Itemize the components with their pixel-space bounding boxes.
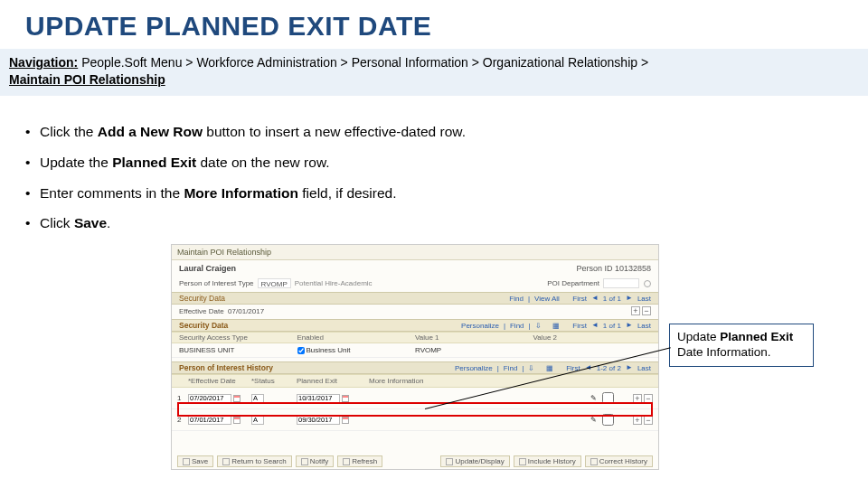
delete-row-button[interactable]: − (644, 416, 653, 425)
bullet-3-bold: More Information (184, 185, 298, 201)
poi-dept-input[interactable] (603, 278, 639, 288)
lookup-icon[interactable] (644, 280, 651, 287)
next-icon-3[interactable]: ► (626, 364, 633, 371)
cell-value1[interactable]: RVOMP (415, 346, 441, 354)
col-value1: Value 1 (415, 333, 533, 342)
row-counter-2: 1 of 1 (603, 322, 621, 330)
ps-page-title: Maintain POI Relationship (172, 245, 658, 260)
col-planned-exit: Planned Exit (297, 377, 369, 385)
calendar-icon[interactable] (233, 395, 241, 402)
add-row-button[interactable]: + (633, 416, 642, 425)
grid-icon-2[interactable]: ▦ (546, 364, 553, 372)
row-checkbox[interactable] (602, 414, 614, 426)
notify-button[interactable]: Notify (296, 455, 334, 467)
callout-box: Update Planned Exit Date Information. (669, 324, 814, 367)
poi-dept-label: POI Department (547, 279, 599, 287)
calendar-icon[interactable] (342, 417, 349, 424)
update-display-button[interactable]: Update/Display (440, 455, 509, 467)
bullet-3-text-c: field, if desired. (298, 185, 397, 201)
correct-history-button[interactable]: Correct History (585, 455, 653, 467)
first-link[interactable]: First (572, 295, 587, 303)
save-icon (183, 458, 190, 465)
poi-row-num: 1 (177, 394, 188, 402)
security-data-header: Security Data Find | View All First ◄ 1 … (172, 292, 658, 305)
last-link-2[interactable]: Last (637, 322, 651, 330)
navigation-breadcrumb: Navigation: People.Soft Menu > Workforce… (0, 49, 868, 96)
eff-date-input[interactable] (188, 416, 231, 425)
slide-title: UPDATE PLANNED EXIT DATE (0, 0, 868, 49)
row-checkbox[interactable] (602, 392, 614, 404)
enabled-checkbox[interactable] (297, 347, 305, 354)
add-row-button[interactable]: + (631, 306, 640, 315)
eff-date-input[interactable] (188, 394, 231, 403)
last-link[interactable]: Last (637, 295, 651, 303)
first-link-2[interactable]: First (572, 322, 587, 330)
correct-icon (590, 458, 598, 465)
callout-text-c: Date Information. (677, 345, 771, 359)
bullet-2-text-c: date on the new row. (196, 155, 329, 170)
calendar-icon[interactable] (233, 417, 241, 424)
add-row-button[interactable]: + (633, 394, 642, 403)
security-grid-header: Security Data Personalize | Find | ⇩ ▦ F… (172, 319, 658, 332)
ps-person-id-label: Person ID (576, 264, 612, 273)
bullet-1-text-c: button to insert a new effective-dated r… (203, 124, 466, 139)
bullet-4-text-c: . (107, 215, 110, 230)
planned-exit-input[interactable] (297, 416, 340, 425)
refresh-icon (343, 458, 350, 465)
find-link-2[interactable]: Find (510, 322, 524, 330)
return-button[interactable]: Return to Search (217, 455, 291, 467)
grid-icon[interactable]: ▦ (552, 322, 560, 330)
prev-icon[interactable]: ◄ (591, 295, 599, 302)
poi-type-label: Person of Interest Type (179, 279, 254, 287)
planned-exit-input[interactable] (297, 394, 340, 403)
cell-v1-desc: Business Unit (307, 346, 351, 354)
prev-icon-2[interactable]: ◄ (591, 322, 599, 329)
notify-icon (301, 458, 308, 465)
delete-row-button[interactable]: − (642, 306, 651, 315)
col-status: *Status (251, 377, 297, 385)
poi-row-2: 2 ✎ +− (172, 409, 658, 431)
personalize-link-2[interactable]: Personalize (455, 364, 493, 372)
security-grid-columns: Security Access Type Enabled Value 1 Val… (172, 332, 658, 343)
save-button[interactable]: Save (177, 455, 213, 467)
next-icon-2[interactable]: ► (626, 322, 633, 329)
refresh-button[interactable]: Refresh (337, 455, 382, 467)
col-eff-date: *Effective Date (188, 377, 251, 385)
poi-type-code[interactable]: RVOMP (258, 278, 291, 288)
nav-path-last: Maintain POI Relationship (9, 72, 165, 87)
status-input[interactable] (251, 394, 264, 403)
find-link[interactable]: Find (509, 295, 524, 303)
return-icon (222, 458, 230, 465)
comment-icon[interactable]: ✎ (590, 394, 597, 402)
col-enabled: Enabled (297, 333, 416, 342)
poi-type-desc: Potential Hire-Academic (295, 279, 373, 287)
next-icon[interactable]: ► (626, 295, 633, 302)
include-icon (519, 458, 526, 465)
callout-text-a: Update (677, 330, 720, 343)
poi-history-title: Person of Interest History (179, 363, 273, 372)
bullet-2: Update the Planned Exit date on the new … (40, 153, 868, 173)
security-grid-row: BUSINESS UNIT Business Unit RVOMP (172, 343, 658, 358)
col-access-type: Security Access Type (179, 333, 297, 342)
delete-row-button[interactable]: − (644, 394, 653, 403)
bullet-1-text-a: Click the (40, 124, 98, 139)
include-history-button[interactable]: Include History (514, 455, 581, 467)
ps-person-name: Laural Craigen (179, 264, 576, 273)
download-icon[interactable]: ⇩ (535, 322, 542, 330)
status-input[interactable] (251, 416, 264, 425)
col-more-info: More Information (369, 377, 617, 385)
find-link-3[interactable]: Find (504, 364, 518, 372)
section-label: Security Data (179, 294, 225, 303)
comment-icon[interactable]: ✎ (590, 416, 597, 424)
grid-title: Security Data (179, 321, 228, 330)
calendar-icon[interactable] (342, 395, 349, 402)
last-link-3[interactable]: Last (637, 364, 651, 372)
bullet-4: Click Save. (40, 213, 868, 233)
view-all-link[interactable]: View All (534, 295, 560, 303)
bullet-1: Click the Add a New Row button to insert… (40, 122, 868, 142)
personalize-link[interactable]: Personalize (461, 322, 499, 330)
download-icon-2[interactable]: ⇩ (528, 364, 534, 372)
instruction-list: Click the Add a New Row button to insert… (0, 109, 868, 233)
bullet-4-bold: Save (74, 215, 107, 230)
eff-date-label: Effective Date (179, 307, 224, 315)
